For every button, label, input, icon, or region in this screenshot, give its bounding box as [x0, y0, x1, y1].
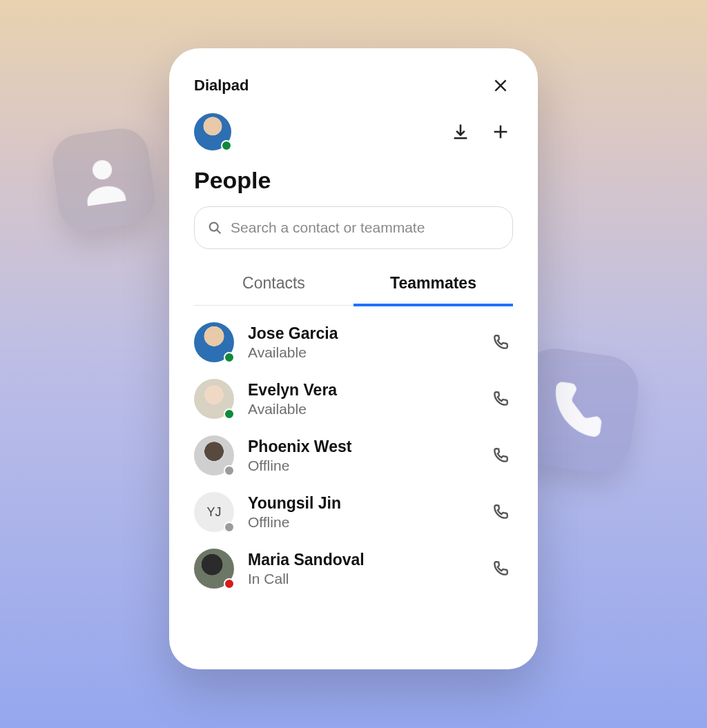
call-button[interactable] — [488, 500, 513, 524]
phone-icon — [492, 503, 510, 521]
call-button[interactable] — [488, 443, 513, 468]
list-item[interactable]: Maria Sandoval In Call — [194, 544, 513, 593]
svg-line-8 — [217, 230, 220, 233]
contact-name: Phoenix West — [248, 437, 474, 456]
add-button[interactable] — [488, 119, 513, 144]
search-field[interactable] — [194, 206, 513, 249]
topbar: Dialpad — [169, 73, 538, 98]
search-icon — [207, 219, 222, 236]
tabs: Contacts Teammates — [194, 267, 513, 306]
phone-icon — [492, 390, 510, 408]
avatar — [194, 322, 234, 362]
status-dot — [224, 578, 235, 589]
avatar: YJ — [194, 492, 234, 532]
contact-status: Available — [248, 401, 474, 417]
status-dot — [224, 465, 235, 476]
call-button[interactable] — [488, 386, 513, 411]
phone-icon — [536, 371, 616, 450]
avatar — [194, 435, 234, 475]
list-item[interactable]: Jose Garcia Available — [194, 318, 513, 366]
decorative-person-tile — [49, 125, 158, 234]
my-avatar[interactable] — [194, 113, 231, 150]
profile-row — [169, 98, 538, 157]
contact-name: Maria Sandoval — [248, 551, 474, 569]
phone-icon — [492, 446, 510, 464]
status-dot — [224, 352, 235, 363]
my-status-dot — [221, 140, 232, 151]
person-icon — [71, 147, 137, 213]
status-dot — [224, 522, 235, 533]
list-item[interactable]: Phoenix West Offline — [194, 431, 513, 480]
close-icon — [492, 77, 510, 95]
avatar — [194, 549, 234, 589]
svg-point-0 — [91, 159, 113, 181]
contact-status: Available — [248, 344, 474, 361]
people-panel: Dialpad People Contacts Teammates — [169, 48, 538, 669]
contact-name: Jose Garcia — [248, 324, 474, 343]
download-button[interactable] — [448, 119, 473, 144]
app-title: Dialpad — [194, 77, 249, 95]
close-button[interactable] — [488, 73, 513, 98]
download-icon — [451, 122, 470, 141]
call-button[interactable] — [488, 556, 513, 581]
call-button[interactable] — [488, 330, 513, 355]
contact-name: Evelyn Vera — [248, 381, 474, 400]
search-input[interactable] — [231, 219, 500, 236]
phone-icon — [492, 560, 510, 578]
phone-icon — [492, 333, 510, 351]
contact-status: Offline — [248, 458, 474, 474]
contact-status: Offline — [248, 514, 474, 531]
avatar — [194, 379, 234, 419]
svg-point-7 — [210, 223, 218, 231]
status-dot — [224, 409, 235, 420]
plus-icon — [491, 122, 510, 141]
tab-teammates[interactable]: Teammates — [354, 267, 513, 306]
teammates-list: Jose Garcia Available Evelyn Vera Availa… — [169, 306, 538, 593]
list-item[interactable]: YJ Youngsil Jin Offline — [194, 488, 513, 536]
list-item[interactable]: Evelyn Vera Available — [194, 375, 513, 423]
page-title: People — [169, 157, 538, 206]
contact-status: In Call — [248, 571, 474, 587]
tab-contacts[interactable]: Contacts — [194, 267, 354, 305]
contact-name: Youngsil Jin — [248, 494, 474, 513]
